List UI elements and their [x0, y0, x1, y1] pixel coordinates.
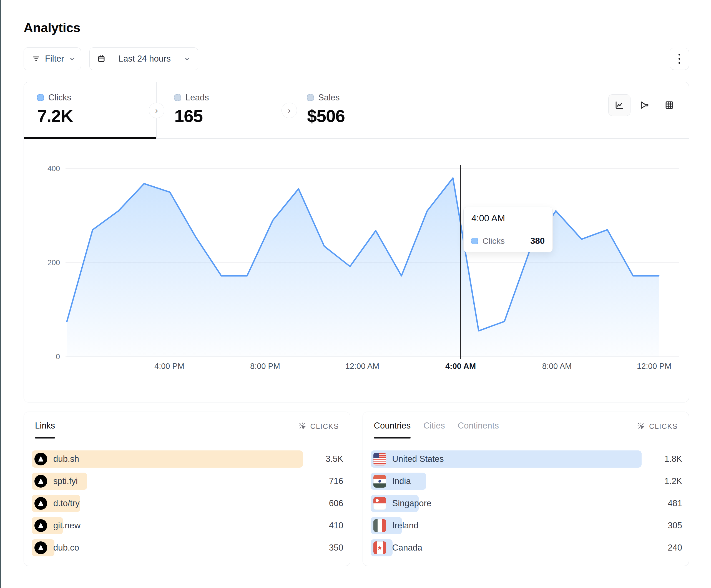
line-chart-icon — [614, 100, 625, 110]
row-label: dub.co — [53, 543, 79, 553]
row-value: 606 — [310, 498, 343, 508]
clicks-time-series-chart[interactable]: 4002000 4:00 PM8:00 PM12:00 AM4:00 AM8:0… — [24, 82, 689, 403]
y-tick-label: 200 — [27, 258, 60, 267]
dub-logo-icon — [37, 500, 44, 507]
row-label: Canada — [392, 543, 423, 553]
funnel-view-button[interactable] — [633, 94, 655, 116]
geo-panel: Countries Cities Continents CLICKS Unite… — [363, 412, 689, 566]
country-row-canada[interactable]: Canada240 — [371, 539, 683, 557]
line-chart-view-button[interactable] — [608, 94, 630, 116]
country-row-ireland[interactable]: Ireland305 — [371, 517, 683, 534]
dub-logo-icon — [37, 522, 44, 529]
table-view-button[interactable] — [658, 94, 681, 116]
row-value: 3.5K — [310, 454, 343, 464]
links-panel: Links CLICKS dub.sh3.5Kspti.fyi716d.to/t… — [24, 412, 350, 566]
tab-countries[interactable]: Countries — [374, 421, 411, 431]
row-value: 1.8K — [649, 454, 682, 464]
link-avatar — [35, 541, 47, 554]
chevron-down-icon — [184, 55, 191, 62]
funnel-icon — [639, 100, 650, 110]
flag-us-icon — [373, 453, 386, 466]
link-avatar — [35, 453, 47, 466]
row-value: 410 — [310, 521, 343, 530]
dub-logo-icon — [37, 455, 44, 462]
filter-button[interactable]: Filter — [24, 47, 81, 70]
chevron-down-icon — [69, 55, 76, 62]
metric-label: CLICKS — [649, 422, 678, 431]
links-list: dub.sh3.5Kspti.fyi716d.to/try606git.new4… — [24, 438, 350, 557]
row-value: 716 — [310, 476, 343, 486]
x-tick-label: 12:00 AM — [345, 362, 380, 371]
date-range-button[interactable]: Last 24 hours — [89, 47, 198, 70]
dub-logo-icon — [37, 544, 44, 551]
y-tick-label: 0 — [27, 353, 60, 361]
link-row-spti.fyi[interactable]: spti.fyi716 — [31, 473, 343, 490]
clicks-legend-icon — [471, 238, 478, 244]
row-value: 305 — [649, 521, 682, 530]
expand-clicks-chevron-button[interactable]: › — [149, 103, 164, 118]
expand-leads-chevron-button[interactable]: › — [281, 103, 297, 118]
row-label: dub.sh — [53, 454, 79, 464]
tab-links[interactable]: Links — [35, 421, 55, 431]
link-avatar — [35, 519, 47, 532]
x-tick-label: 4:00 AM — [445, 362, 476, 371]
chart-type-toggle — [608, 94, 681, 116]
row-label: git.new — [53, 521, 81, 530]
toolbar: Filter Last 24 hours — [24, 47, 689, 70]
filter-lines-icon — [31, 54, 41, 63]
metric-label: CLICKS — [310, 422, 339, 431]
x-tick-label: 12:00 PM — [637, 362, 671, 371]
x-tick-label: 4:00 PM — [154, 362, 184, 371]
row-label: Singapore — [392, 498, 431, 508]
x-tick-label: 8:00 PM — [250, 362, 280, 371]
more-options-button[interactable] — [670, 48, 689, 70]
countries-list: United States1.8KIndia1.2KSingapore481Ir… — [363, 438, 689, 557]
row-value: 1.2K — [649, 476, 682, 486]
row-label: United States — [392, 454, 444, 464]
chart-canvas — [24, 82, 689, 403]
row-label: spti.fyi — [53, 476, 78, 486]
tab-cities[interactable]: Cities — [423, 421, 445, 431]
flag-in-icon — [373, 475, 386, 488]
kebab-menu-icon — [678, 54, 680, 55]
analytics-page: Analytics Filter — [24, 0, 689, 566]
country-row-singapore[interactable]: Singapore481 — [371, 495, 683, 512]
date-range-label: Last 24 hours — [111, 54, 178, 64]
filter-button-label: Filter — [45, 54, 64, 64]
flag-ie-icon — [373, 519, 386, 532]
chart-tooltip: 4:00 AM Clicks 380 — [464, 207, 553, 252]
row-value: 350 — [310, 543, 343, 553]
row-label: d.to/try — [53, 498, 80, 508]
flag-ca-icon — [373, 541, 386, 554]
calendar-icon — [97, 54, 106, 63]
link-row-dub.sh[interactable]: dub.sh3.5K — [31, 450, 343, 468]
tooltip-value: 380 — [530, 236, 545, 246]
dub-logo-icon — [37, 478, 44, 485]
y-tick-label: 400 — [27, 164, 60, 173]
flag-sg-icon — [373, 497, 386, 510]
row-label: India — [392, 476, 411, 486]
link-avatar — [35, 475, 47, 488]
country-row-india[interactable]: India1.2K — [371, 473, 683, 490]
geo-metric-selector[interactable]: CLICKS — [637, 422, 678, 431]
analytics-chart-card: Clicks 7.2K Leads 165 Sales $506 › › — [24, 82, 689, 403]
cursor-click-icon — [298, 422, 307, 431]
cursor-click-icon — [637, 422, 646, 431]
x-tick-label: 8:00 AM — [542, 362, 572, 371]
page-title: Analytics — [24, 20, 689, 35]
link-row-dub.co[interactable]: dub.co350 — [31, 539, 343, 557]
row-value: 240 — [649, 543, 682, 553]
links-metric-selector[interactable]: CLICKS — [298, 422, 339, 431]
table-grid-icon — [664, 100, 675, 110]
row-label: Ireland — [392, 521, 419, 530]
tooltip-time: 4:00 AM — [464, 207, 553, 230]
link-row-d.to/try[interactable]: d.to/try606 — [31, 495, 343, 512]
row-value: 481 — [649, 498, 682, 508]
tab-continents[interactable]: Continents — [458, 421, 499, 431]
tooltip-series-label: Clicks — [482, 236, 526, 246]
link-row-git.new[interactable]: git.new410 — [31, 517, 343, 534]
country-row-united-states[interactable]: United States1.8K — [371, 450, 683, 468]
link-avatar — [35, 497, 47, 510]
